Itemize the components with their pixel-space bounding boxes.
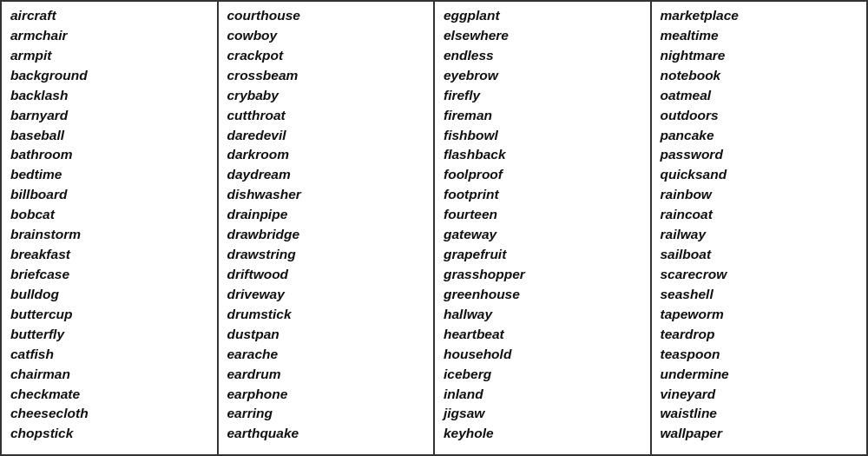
word-item: brainstorm xyxy=(10,226,208,244)
word-item: teardrop xyxy=(661,326,858,344)
word-item: courthouse xyxy=(227,7,425,25)
word-item: hallway xyxy=(444,306,641,324)
word-item: teaspoon xyxy=(661,346,858,364)
word-item: wallpaper xyxy=(661,425,858,443)
word-item: catfish xyxy=(10,346,208,364)
word-item: quicksand xyxy=(661,166,858,184)
word-item: tapeworm xyxy=(661,306,858,324)
word-item: cutthroat xyxy=(227,107,425,125)
word-item: eyebrow xyxy=(444,67,641,85)
word-item: drainpipe xyxy=(227,206,425,224)
word-item: nightmare xyxy=(661,47,858,65)
word-item: eardrum xyxy=(227,366,425,384)
word-item: marketplace xyxy=(661,7,858,25)
word-item: notebook xyxy=(661,67,858,85)
word-item: cowboy xyxy=(227,27,425,45)
word-item: railway xyxy=(661,226,858,244)
word-item: oatmeal xyxy=(661,87,858,105)
word-item: undermine xyxy=(661,366,858,384)
word-item: dishwasher xyxy=(227,186,425,204)
word-item: eggplant xyxy=(444,7,641,25)
word-item: iceberg xyxy=(444,366,641,384)
word-item: crossbeam xyxy=(227,67,425,85)
word-item: grapefruit xyxy=(444,246,641,264)
word-item: drumstick xyxy=(227,306,425,324)
word-item: mealtime xyxy=(661,27,858,45)
word-item: earthquake xyxy=(227,425,425,443)
word-item: breakfast xyxy=(10,246,208,264)
word-item: bathroom xyxy=(10,146,208,164)
word-item: briefcase xyxy=(10,266,208,284)
column-2: courthousecowboycrackpotcrossbeamcrybaby… xyxy=(219,2,436,454)
word-item: jigsaw xyxy=(444,405,641,423)
word-item: background xyxy=(10,67,208,85)
word-item: seashell xyxy=(661,286,858,304)
word-item: raincoat xyxy=(661,206,858,224)
word-item: sailboat xyxy=(661,246,858,264)
word-item: footprint xyxy=(444,186,641,204)
word-item: driveway xyxy=(227,286,425,304)
word-item: bobcat xyxy=(10,206,208,224)
word-item: darkroom xyxy=(227,146,425,164)
word-item: keyhole xyxy=(444,425,641,443)
word-item: driftwood xyxy=(227,266,425,284)
word-item: bedtime xyxy=(10,166,208,184)
word-item: inland xyxy=(444,386,641,404)
word-item: foolproof xyxy=(444,166,641,184)
word-list-page: aircraftarmchairarmpitbackgroundbacklash… xyxy=(0,0,868,456)
word-item: daydream xyxy=(227,166,425,184)
word-item: armpit xyxy=(10,47,208,65)
word-item: endless xyxy=(444,47,641,65)
word-item: elsewhere xyxy=(444,27,641,45)
word-item: drawstring xyxy=(227,246,425,264)
word-item: scarecrow xyxy=(661,266,858,284)
word-item: crackpot xyxy=(227,47,425,65)
word-item: fireman xyxy=(444,107,641,125)
word-item: greenhouse xyxy=(444,286,641,304)
word-item: daredevil xyxy=(227,127,425,145)
word-item: heartbeat xyxy=(444,326,641,344)
word-item: backlash xyxy=(10,87,208,105)
word-item: rainbow xyxy=(661,186,858,204)
word-item: crybaby xyxy=(227,87,425,105)
word-item: cheesecloth xyxy=(10,405,208,423)
word-item: buttercup xyxy=(10,306,208,324)
word-item: pancake xyxy=(661,127,858,145)
word-item: flashback xyxy=(444,146,641,164)
word-item: chopstick xyxy=(10,425,208,443)
word-item: password xyxy=(661,146,858,164)
word-item: grasshopper xyxy=(444,266,641,284)
column-1: aircraftarmchairarmpitbackgroundbacklash… xyxy=(2,2,219,454)
word-item: fishbowl xyxy=(444,127,641,145)
column-4: marketplacemealtimenightmarenotebookoatm… xyxy=(652,2,867,454)
word-item: earache xyxy=(227,346,425,364)
word-item: firefly xyxy=(444,87,641,105)
word-item: vineyard xyxy=(661,386,858,404)
word-item: outdoors xyxy=(661,107,858,125)
word-item: armchair xyxy=(10,27,208,45)
word-item: earphone xyxy=(227,386,425,404)
word-item: butterfly xyxy=(10,326,208,344)
column-3: eggplantelsewhereendlesseyebrowfireflyfi… xyxy=(435,2,652,454)
word-item: billboard xyxy=(10,186,208,204)
word-item: dustpan xyxy=(227,326,425,344)
word-item: household xyxy=(444,346,641,364)
word-item: checkmate xyxy=(10,386,208,404)
word-item: bulldog xyxy=(10,286,208,304)
word-item: aircraft xyxy=(10,7,208,25)
word-item: gateway xyxy=(444,226,641,244)
word-item: baseball xyxy=(10,127,208,145)
word-item: fourteen xyxy=(444,206,641,224)
word-item: chairman xyxy=(10,366,208,384)
word-item: waistline xyxy=(661,405,858,423)
word-item: earring xyxy=(227,405,425,423)
word-item: barnyard xyxy=(10,107,208,125)
word-item: drawbridge xyxy=(227,226,425,244)
